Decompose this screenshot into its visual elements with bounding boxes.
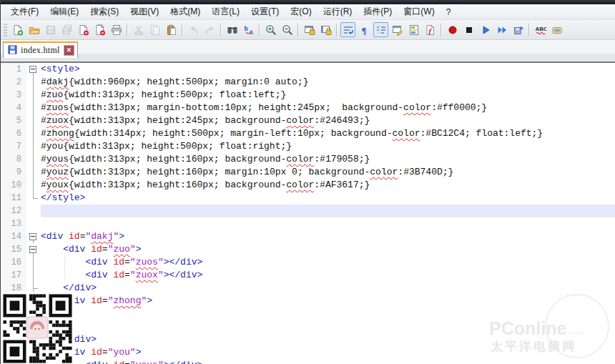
code-text[interactable]: <div id="dakj"> [41,230,615,243]
indent-guide-button[interactable] [373,22,388,37]
code-text[interactable] [41,308,615,320]
fold-collapse-icon[interactable] [29,66,36,73]
code-line-13[interactable]: 13 [1,217,615,230]
redo-button[interactable] [202,22,217,37]
code-line-10[interactable]: 10#youx{width:313px; height:160px; backg… [1,179,615,192]
code-text[interactable]: #zuo{width:313px; height:500px; float:le… [41,89,615,102]
code-line-20[interactable]: 20 [1,308,615,320]
code-line-3[interactable]: 3#zuo{width:313px; height:500px; float:l… [1,89,615,102]
code-line-17[interactable]: 17 <div id="zuox"></div> [1,269,615,282]
word-wrap-button[interactable] [340,22,355,37]
code-text[interactable] [41,217,615,230]
code-text[interactable]: <div id="zhong"> [41,295,615,308]
menu-item-9[interactable]: 插件(P) [358,4,398,19]
code-line-12[interactable]: 12 [1,205,615,217]
code-line-21[interactable]: 21 [1,320,615,333]
doc-map-button[interactable] [406,22,421,37]
define-language-button[interactable] [390,22,405,37]
code-text[interactable]: #youz{width:313px; height:160px; margin:… [41,166,615,179]
save-button[interactable] [43,22,58,37]
spell-check-button[interactable]: ABC [533,22,548,37]
code-text[interactable]: </div> [41,333,615,346]
macro-record-button[interactable] [445,22,460,37]
code-text[interactable]: #yous{width:313px; height:160px; backgro… [41,153,615,166]
code-line-23[interactable]: 23 <div id="you"> [1,346,615,359]
code-line-15[interactable]: 15 <div id="zuo"> [1,243,615,256]
code-line-7[interactable]: 7#you{width:313px; height:500px; float:r… [1,140,615,153]
print-button[interactable] [109,22,124,37]
menu-item-11[interactable]: ? [441,6,457,19]
code-line-6[interactable]: 6#zhong{width:314px; height:500px; margi… [1,127,615,140]
code-text[interactable]: <div id="zuo"> [41,243,615,256]
open-file-button[interactable] [26,22,41,37]
replace-button[interactable]: ba [241,22,256,37]
code-text[interactable]: #you{width:313px; height:500px; float:ri… [41,140,615,153]
code-text[interactable]: <div id="zuox"></div> [41,269,615,282]
code-line-16[interactable]: 16 <div id="zuos"></div> [1,256,615,269]
code-text[interactable]: <div id="you"> [41,346,615,359]
code-text[interactable]: <style> [41,63,615,76]
sync-v-scroll-button[interactable] [302,22,317,37]
macro-stop-button[interactable] [461,22,476,37]
code-line-18[interactable]: 18 </div> [1,282,615,295]
code-text[interactable]: <div id="yous"></div> [41,359,615,364]
code-line-22[interactable]: 22 </div> [1,333,615,346]
show-all-chars-button[interactable]: ¶ [357,22,372,37]
macro-save-button[interactable] [511,22,526,37]
code-line-11[interactable]: 11</style> [1,192,615,205]
fold-collapse-icon[interactable] [29,233,36,240]
code-line-24[interactable]: 24 <div id="yous"></div> [1,359,615,364]
code-text[interactable]: <div id="zuos"></div> [41,256,615,269]
new-file-button[interactable] [10,22,25,37]
menu-item-6[interactable]: 设置(T) [245,4,285,19]
menu-item-3[interactable]: 视图(V) [124,4,164,19]
toolbar-grip[interactable] [4,24,7,36]
menu-item-10[interactable]: 窗口(W) [398,4,440,19]
zoom-out-button[interactable] [280,22,295,37]
code-line-4[interactable]: 4#zuos{width:313px; margin-bottom:10px; … [1,102,615,114]
code-line-2[interactable]: 2#dakj{width:960px; height:500px; margin… [1,76,615,89]
menu-item-8[interactable]: 运行(R) [318,4,358,19]
code-text[interactable]: </div> [41,282,615,295]
code-line-14[interactable]: 14<div id="dakj"> [1,230,615,243]
menu-item-4[interactable]: 格式(M) [164,4,206,19]
undo-button[interactable] [186,22,201,37]
function-list-button[interactable]: f [423,22,438,37]
code-editor[interactable]: 1<style>2#dakj{width:960px; height:500px… [1,63,615,364]
code-text[interactable] [41,205,615,217]
menu-item-1[interactable]: 编辑(E) [44,4,84,19]
macro-run-multiple-button[interactable] [494,22,509,37]
macro-play-button[interactable] [478,22,493,37]
sync-h-scroll-button[interactable] [318,22,333,37]
code-text[interactable]: #zhong{width:314px; height:500px; margin… [41,127,615,140]
code-text[interactable] [41,320,615,333]
menu-item-5[interactable]: 语言(L) [206,4,245,19]
menu-item-2[interactable]: 搜索(S) [84,4,124,19]
close-all-button[interactable] [92,22,107,37]
save-all-button[interactable] [59,22,74,37]
code-line-9[interactable]: 9#youz{width:313px; height:160px; margin… [1,166,615,179]
code-line-5[interactable]: 5#zuox{width:313px; height:245px; backgr… [1,114,615,127]
code-line-19[interactable]: 19 <div id="zhong"> [1,295,615,308]
zoom-in-button[interactable] [263,22,278,37]
code-text[interactable]: #youx{width:313px; height:160px; backgro… [41,179,615,192]
code-text[interactable]: </style> [41,192,615,205]
close-button[interactable] [76,22,91,37]
paste-button[interactable] [164,22,179,37]
toolbar-separator [220,24,222,36]
fold-collapse-icon[interactable] [29,246,36,253]
menu-item-0[interactable]: 文件(F) [5,4,44,19]
menu-item-7[interactable]: 宏(O) [285,4,317,19]
code-line-8[interactable]: 8#yous{width:313px; height:160px; backgr… [1,153,615,166]
code-text[interactable]: #zuox{width:313px; height:245px; backgro… [41,114,615,127]
copy-button[interactable] [147,22,162,37]
tab-close-icon[interactable]: ✕ [64,45,74,56]
code-text[interactable]: #zuos{width:313px; margin-bottom:10px; h… [41,102,615,114]
menu-bar: 文件(F)编辑(E)搜索(S)视图(V)格式(M)语言(L)设置(T)宏(O)运… [1,4,615,20]
plugin-misc-button[interactable] [549,22,564,37]
code-line-1[interactable]: 1<style> [1,63,615,76]
find-button[interactable] [225,22,240,37]
code-text[interactable]: #dakj{width:960px; height:500px; margin:… [41,76,615,89]
tab-index-html[interactable]: index.html ✕ [3,41,78,58]
cut-button[interactable] [131,22,146,37]
